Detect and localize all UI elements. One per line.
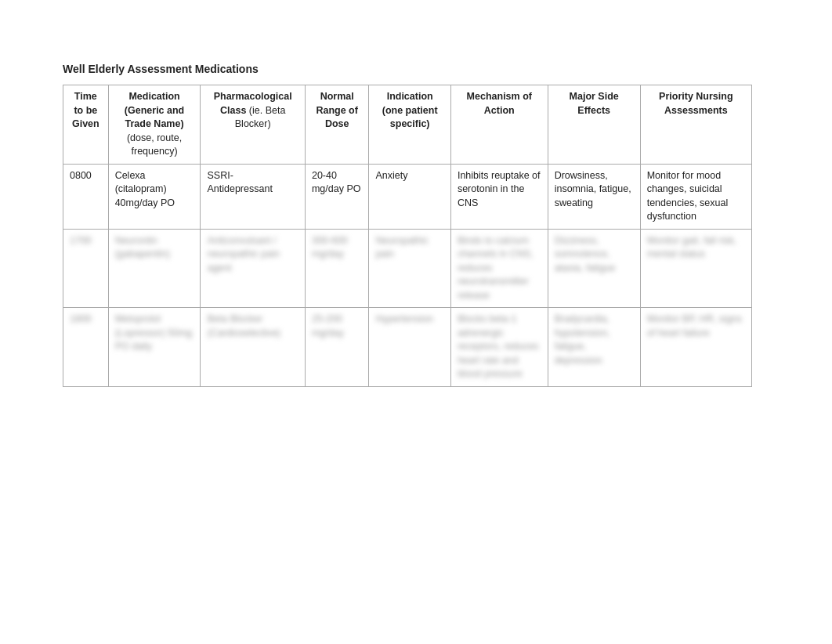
cell-pharmacological-0: SSRI-Antidepressant <box>201 164 305 229</box>
cell-dose-0: 20-40 mg/day PO <box>305 164 368 229</box>
table-row: 0800Celexa (citalopram) 40mg/day POSSRI-… <box>63 164 752 229</box>
cell-pharmacological-2: Beta Blocker (Cardioselective) <box>201 308 305 387</box>
header-dose: Normal Range of Dose <box>305 85 368 165</box>
cell-dose-1: 300-600 mg/day <box>305 229 368 308</box>
cell-side-1: Dizziness, somnolence, ataxia, fatigue <box>548 229 640 308</box>
cell-indication-0: Anxiety <box>369 164 451 229</box>
header-side-effects: Major Side Effects <box>548 85 640 165</box>
table-row: 1700Neurontin (gabapentin)Anticonvulsant… <box>63 229 752 308</box>
page-container: Well Elderly Assessment Medications Time… <box>63 63 769 387</box>
header-moa: Mechanism of Action <box>450 85 548 165</box>
cell-medication-1: Neurontin (gabapentin) <box>108 229 201 308</box>
cell-pharmacological-1: Anticonvulsant / neuropathic pain agent <box>201 229 305 308</box>
cell-moa-0: Inhibits reuptake of serotonin in the CN… <box>450 164 548 229</box>
cell-indication-1: Neuropathic pain <box>369 229 451 308</box>
cell-dose-2: 25-200 mg/day <box>305 308 368 387</box>
cell-nursing-2: Monitor BP, HR, signs of heart failure <box>640 308 751 387</box>
header-time: Time to be Given <box>63 85 109 165</box>
cell-medication-0: Celexa (citalopram) 40mg/day PO <box>108 164 201 229</box>
cell-nursing-1: Monitor gait, fall risk, mental status <box>640 229 751 308</box>
cell-medication-2: Metoprolol (Lopressor) 50mg PO daily <box>108 308 201 387</box>
cell-time-2: 1800 <box>63 308 109 387</box>
cell-side-2: Bradycardia, hypotension, fatigue, depre… <box>548 308 640 387</box>
medications-table: Time to be Given Medication (Generic and… <box>63 85 752 387</box>
header-pharmacological: Pharmacological Class (ie. Beta Blocker) <box>201 85 305 165</box>
cell-time-0: 0800 <box>63 164 109 229</box>
cell-time-1: 1700 <box>63 229 109 308</box>
cell-nursing-0: Monitor for mood changes, suicidal tende… <box>640 164 751 229</box>
cell-side-0: Drowsiness, insomnia, fatigue, sweating <box>548 164 640 229</box>
cell-moa-1: Binds to calcium channels in CNS, reduce… <box>450 229 548 308</box>
page-title: Well Elderly Assessment Medications <box>63 63 769 75</box>
cell-moa-2: Blocks beta-1 adrenergic receptors, redu… <box>450 308 548 387</box>
header-nursing: Priority Nursing Assessments <box>640 85 751 165</box>
cell-indication-2: Hypertension <box>369 308 451 387</box>
header-medication: Medication (Generic and Trade Name) (dos… <box>108 85 201 165</box>
table-row: 1800Metoprolol (Lopressor) 50mg PO daily… <box>63 308 752 387</box>
header-indication: Indication (one patient specific) <box>369 85 451 165</box>
table-header-row: Time to be Given Medication (Generic and… <box>63 85 752 165</box>
